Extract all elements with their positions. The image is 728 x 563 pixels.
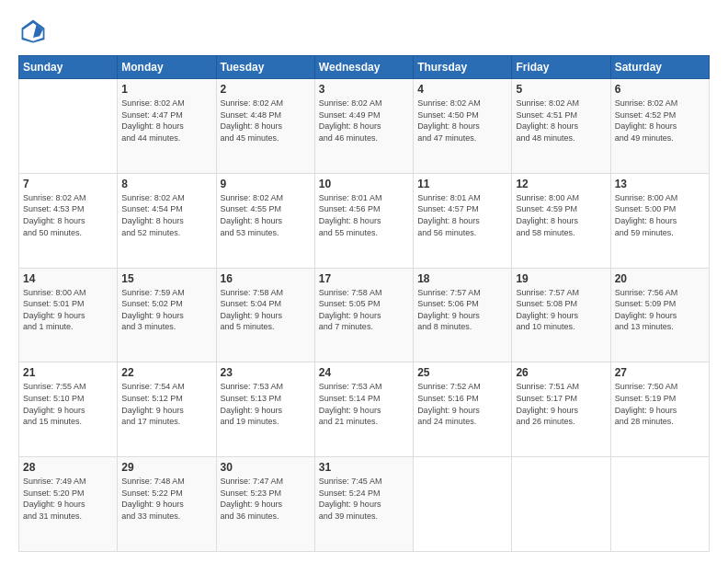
day-number: 2 — [221, 83, 311, 96]
calendar-body: 1Sunrise: 8:02 AM Sunset: 4:47 PM Daylig… — [19, 79, 710, 552]
day-cell — [610, 457, 709, 552]
day-number: 26 — [516, 366, 606, 379]
day-cell: 3Sunrise: 8:02 AM Sunset: 4:49 PM Daylig… — [314, 79, 413, 174]
day-info: Sunrise: 8:02 AM Sunset: 4:48 PM Dayligh… — [221, 98, 311, 144]
day-cell: 11Sunrise: 8:01 AM Sunset: 4:57 PM Dayli… — [414, 173, 512, 268]
week-row-0: 1Sunrise: 8:02 AM Sunset: 4:47 PM Daylig… — [19, 79, 710, 174]
day-number: 12 — [516, 178, 606, 190]
day-info: Sunrise: 8:00 AM Sunset: 4:59 PM Dayligh… — [516, 192, 606, 238]
day-cell: 14Sunrise: 8:00 AM Sunset: 5:01 PM Dayli… — [19, 268, 118, 362]
day-cell: 13Sunrise: 8:00 AM Sunset: 5:00 PM Dayli… — [610, 173, 709, 268]
day-number: 17 — [319, 272, 409, 285]
day-info: Sunrise: 7:49 AM Sunset: 5:20 PM Dayligh… — [23, 476, 113, 522]
day-info: Sunrise: 7:52 AM Sunset: 5:16 PM Dayligh… — [417, 381, 507, 427]
week-row-4: 28Sunrise: 7:49 AM Sunset: 5:20 PM Dayli… — [19, 457, 710, 552]
day-info: Sunrise: 8:00 AM Sunset: 5:00 PM Dayligh… — [615, 192, 705, 238]
day-cell: 30Sunrise: 7:47 AM Sunset: 5:23 PM Dayli… — [216, 457, 314, 552]
day-number: 14 — [23, 272, 113, 285]
day-cell: 27Sunrise: 7:50 AM Sunset: 5:19 PM Dayli… — [610, 362, 709, 457]
day-number: 20 — [615, 272, 705, 285]
day-cell — [19, 79, 118, 174]
day-info: Sunrise: 8:02 AM Sunset: 4:55 PM Dayligh… — [221, 192, 311, 238]
day-info: Sunrise: 7:45 AM Sunset: 5:24 PM Dayligh… — [319, 476, 409, 522]
day-info: Sunrise: 8:02 AM Sunset: 4:52 PM Dayligh… — [615, 98, 705, 144]
day-cell: 9Sunrise: 8:02 AM Sunset: 4:55 PM Daylig… — [216, 173, 314, 268]
day-info: Sunrise: 8:02 AM Sunset: 4:54 PM Dayligh… — [121, 192, 211, 238]
logo — [18, 17, 51, 46]
day-info: Sunrise: 8:02 AM Sunset: 4:53 PM Dayligh… — [23, 192, 113, 238]
day-cell: 19Sunrise: 7:57 AM Sunset: 5:08 PM Dayli… — [512, 268, 610, 362]
day-cell: 15Sunrise: 7:59 AM Sunset: 5:02 PM Dayli… — [118, 268, 216, 362]
day-cell: 16Sunrise: 7:58 AM Sunset: 5:04 PM Dayli… — [216, 268, 314, 362]
day-number: 18 — [417, 272, 507, 285]
calendar-header: SundayMondayTuesdayWednesdayThursdayFrid… — [19, 56, 710, 79]
day-info: Sunrise: 7:58 AM Sunset: 5:05 PM Dayligh… — [319, 287, 409, 333]
day-cell: 18Sunrise: 7:57 AM Sunset: 5:06 PM Dayli… — [414, 268, 512, 362]
day-number: 22 — [121, 366, 211, 379]
header-cell-tuesday: Tuesday — [216, 56, 314, 79]
day-number: 29 — [121, 461, 211, 474]
header-cell-sunday: Sunday — [19, 56, 118, 79]
day-number: 11 — [417, 178, 507, 190]
day-number: 9 — [221, 178, 311, 190]
calendar-table: SundayMondayTuesdayWednesdayThursdayFrid… — [18, 55, 710, 552]
day-number: 16 — [221, 272, 311, 285]
day-info: Sunrise: 8:02 AM Sunset: 4:51 PM Dayligh… — [516, 98, 606, 144]
header-row: SundayMondayTuesdayWednesdayThursdayFrid… — [19, 56, 710, 79]
day-number: 21 — [23, 366, 113, 379]
day-number: 24 — [319, 366, 409, 379]
day-number: 31 — [319, 461, 409, 474]
day-info: Sunrise: 7:56 AM Sunset: 5:09 PM Dayligh… — [615, 287, 705, 333]
day-cell: 31Sunrise: 7:45 AM Sunset: 5:24 PM Dayli… — [314, 457, 413, 552]
week-row-1: 7Sunrise: 8:02 AM Sunset: 4:53 PM Daylig… — [19, 173, 710, 268]
day-cell: 2Sunrise: 8:02 AM Sunset: 4:48 PM Daylig… — [216, 79, 314, 174]
day-info: Sunrise: 7:58 AM Sunset: 5:04 PM Dayligh… — [221, 287, 311, 333]
day-cell: 20Sunrise: 7:56 AM Sunset: 5:09 PM Dayli… — [610, 268, 709, 362]
day-info: Sunrise: 7:53 AM Sunset: 5:14 PM Dayligh… — [319, 381, 409, 427]
day-info: Sunrise: 7:54 AM Sunset: 5:12 PM Dayligh… — [121, 381, 211, 427]
day-number: 8 — [121, 178, 211, 190]
day-number: 23 — [221, 366, 311, 379]
day-cell — [512, 457, 610, 552]
day-cell: 6Sunrise: 8:02 AM Sunset: 4:52 PM Daylig… — [610, 79, 709, 174]
day-cell: 21Sunrise: 7:55 AM Sunset: 5:10 PM Dayli… — [19, 362, 118, 457]
day-cell: 5Sunrise: 8:02 AM Sunset: 4:51 PM Daylig… — [512, 79, 610, 174]
logo-icon — [18, 17, 48, 46]
day-number: 27 — [615, 366, 705, 379]
day-cell: 17Sunrise: 7:58 AM Sunset: 5:05 PM Dayli… — [314, 268, 413, 362]
day-number: 5 — [516, 83, 606, 96]
day-number: 6 — [615, 83, 705, 96]
day-cell: 8Sunrise: 8:02 AM Sunset: 4:54 PM Daylig… — [118, 173, 216, 268]
day-number: 3 — [319, 83, 409, 96]
day-cell: 10Sunrise: 8:01 AM Sunset: 4:56 PM Dayli… — [314, 173, 413, 268]
day-cell: 4Sunrise: 8:02 AM Sunset: 4:50 PM Daylig… — [414, 79, 512, 174]
header — [18, 17, 710, 46]
day-number: 28 — [23, 461, 113, 474]
day-cell — [414, 457, 512, 552]
header-cell-saturday: Saturday — [610, 56, 709, 79]
day-number: 7 — [23, 178, 113, 190]
day-number: 30 — [221, 461, 311, 474]
day-info: Sunrise: 8:01 AM Sunset: 4:56 PM Dayligh… — [319, 192, 409, 238]
header-cell-monday: Monday — [118, 56, 216, 79]
day-info: Sunrise: 8:02 AM Sunset: 4:49 PM Dayligh… — [319, 98, 409, 144]
day-cell: 22Sunrise: 7:54 AM Sunset: 5:12 PM Dayli… — [118, 362, 216, 457]
day-info: Sunrise: 7:48 AM Sunset: 5:22 PM Dayligh… — [121, 476, 211, 522]
day-cell: 29Sunrise: 7:48 AM Sunset: 5:22 PM Dayli… — [118, 457, 216, 552]
day-info: Sunrise: 7:59 AM Sunset: 5:02 PM Dayligh… — [121, 287, 211, 333]
day-cell: 23Sunrise: 7:53 AM Sunset: 5:13 PM Dayli… — [216, 362, 314, 457]
day-cell: 28Sunrise: 7:49 AM Sunset: 5:20 PM Dayli… — [19, 457, 118, 552]
week-row-3: 21Sunrise: 7:55 AM Sunset: 5:10 PM Dayli… — [19, 362, 710, 457]
day-cell: 26Sunrise: 7:51 AM Sunset: 5:17 PM Dayli… — [512, 362, 610, 457]
day-cell: 25Sunrise: 7:52 AM Sunset: 5:16 PM Dayli… — [414, 362, 512, 457]
day-number: 13 — [615, 178, 705, 190]
day-info: Sunrise: 8:02 AM Sunset: 4:47 PM Dayligh… — [121, 98, 211, 144]
day-info: Sunrise: 7:47 AM Sunset: 5:23 PM Dayligh… — [221, 476, 311, 522]
day-info: Sunrise: 7:57 AM Sunset: 5:08 PM Dayligh… — [516, 287, 606, 333]
day-info: Sunrise: 8:00 AM Sunset: 5:01 PM Dayligh… — [23, 287, 113, 333]
day-info: Sunrise: 8:02 AM Sunset: 4:50 PM Dayligh… — [417, 98, 507, 144]
day-number: 25 — [417, 366, 507, 379]
header-cell-friday: Friday — [512, 56, 610, 79]
day-number: 10 — [319, 178, 409, 190]
day-number: 19 — [516, 272, 606, 285]
